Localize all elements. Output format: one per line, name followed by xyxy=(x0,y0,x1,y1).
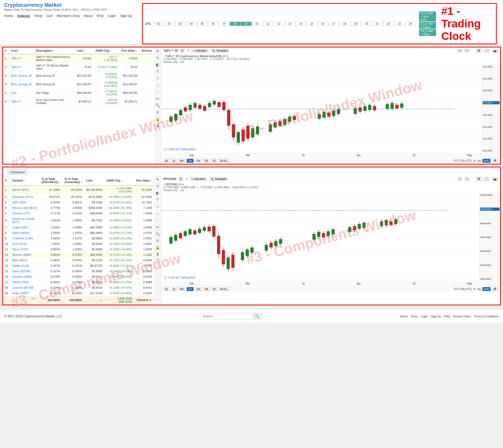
btn-auto-top[interactable]: auto xyxy=(482,159,490,163)
chart-settings-top[interactable]: ⚙ xyxy=(492,158,498,163)
sort-icon-posval2[interactable]: ↕ xyxy=(150,179,152,182)
comp-col-symbol: Symbol ↕ xyxy=(10,176,39,185)
magnet-icon[interactable]: ⚲ xyxy=(156,110,160,115)
settings-btn-bottom[interactable]: ⚙ xyxy=(476,177,482,181)
btn-1y-top[interactable]: 1y xyxy=(171,159,177,163)
comp-cell-pct-today: 1.092% xyxy=(39,241,62,247)
btn-3m-bot[interactable]: 3m xyxy=(187,287,193,291)
chart-interval-btn-top[interactable]: D xyxy=(180,49,185,53)
camera-btn-bottom[interactable]: 📷 xyxy=(492,177,498,181)
settings-btn-top[interactable]: ⚙ xyxy=(476,48,482,53)
lock-icon[interactable]: 🔒 xyxy=(155,117,160,122)
sort-icon-chg2[interactable]: ↕ xyxy=(121,179,123,182)
eraser-icon-b[interactable]: ◧ xyxy=(155,190,160,196)
undo-btn-bottom[interactable]: ↩ xyxy=(457,177,462,181)
nav-members[interactable]: Member's Area xyxy=(57,14,80,18)
comp-cell-pct-yest: 0.236% xyxy=(62,285,84,290)
footer-home[interactable]: Home xyxy=(400,315,408,318)
cell-user: TaiFu™ xyxy=(9,54,34,63)
btn-1y-bot[interactable]: 1y xyxy=(171,287,177,291)
sort-icon-chg[interactable]: ↕ xyxy=(110,49,112,52)
search-button[interactable]: 🔍 xyxy=(253,313,262,319)
camera-btn-top[interactable]: 📷 xyxy=(492,49,498,53)
btn-1d-top[interactable]: 1d xyxy=(211,159,217,163)
btn-6m-top[interactable]: 6m xyxy=(178,159,185,163)
pencil-icon[interactable]: ✏ xyxy=(156,96,160,101)
back-icon[interactable]: ← xyxy=(155,89,160,95)
tradingview-credit-bottom[interactable]: 📈 Chart by TradingView xyxy=(163,276,195,279)
nav-signup[interactable]: Sign Up xyxy=(120,14,132,18)
sort-icon-posval[interactable]: ↕ xyxy=(136,49,137,52)
magnet-icon-b[interactable]: ⚲ xyxy=(156,238,160,243)
btn-5y-bot[interactable]: 5y xyxy=(163,287,169,291)
nav-shop[interactable]: Shop xyxy=(34,14,42,18)
btn-5y-top[interactable]: 5y xyxy=(163,159,169,163)
search-input[interactable] xyxy=(201,313,253,319)
crosshair-icon[interactable]: ✛ xyxy=(156,49,160,54)
footer-signup[interactable]: Sign Up xyxy=(431,315,441,318)
download-icon[interactable]: ⬇ xyxy=(156,123,160,129)
pencil-icon-b[interactable]: ✏ xyxy=(156,225,160,230)
nav-about[interactable]: About xyxy=(84,14,93,18)
undo-btn-top[interactable]: ↩ xyxy=(457,49,462,53)
fullscreen-btn-top[interactable]: ⛶ xyxy=(484,49,490,53)
nav-cart[interactable]: Cart xyxy=(46,14,53,18)
draw-icon[interactable]: ✎ xyxy=(156,55,160,60)
sort-icon-desc[interactable]: ↕ xyxy=(52,49,54,52)
btn-1m-top[interactable]: 1m xyxy=(195,159,202,163)
component-tab[interactable]: Component xyxy=(7,169,28,175)
btn-goto-top[interactable]: Go to... xyxy=(219,159,230,163)
btn-1d-bot[interactable]: 1d xyxy=(211,287,217,291)
chart-settings-bottom[interactable]: ⚙ xyxy=(492,287,498,291)
pattern-icon-b[interactable]: ⌗ xyxy=(156,204,159,209)
draw-icon-b[interactable]: ✎ xyxy=(156,184,160,189)
redo-btn-top[interactable]: ↪ xyxy=(464,49,470,53)
zoom-icon[interactable]: 🔍 xyxy=(155,103,160,108)
lock-icon-b[interactable]: 🔒 xyxy=(155,245,160,250)
footer-shop[interactable]: Shop xyxy=(411,315,417,318)
footer-terms[interactable]: Terms & Conditions xyxy=(474,315,499,318)
download-icon-b[interactable]: ⬇ xyxy=(156,252,160,257)
btn-1m-bot[interactable]: 1m xyxy=(195,287,202,291)
redo-btn-bottom[interactable]: ↪ xyxy=(464,177,470,181)
chart-compare-icon-b[interactable]: ↗ xyxy=(185,177,188,181)
text-icon[interactable]: T xyxy=(156,69,159,74)
btn-3m-top[interactable]: 3m xyxy=(187,159,193,163)
nav-indexes[interactable]: Indexes xyxy=(17,14,30,18)
sort-icon-last2[interactable]: ↕ xyxy=(93,179,95,182)
sort-icon-pct[interactable]: ↕ xyxy=(59,180,60,184)
btn-6m-bot[interactable]: 6m xyxy=(178,287,185,291)
sort-icon-pct-y[interactable]: ↕ xyxy=(81,180,82,184)
nav-login[interactable]: Login xyxy=(108,14,116,18)
search-box[interactable]: 🔍 xyxy=(200,313,262,319)
chart-compare-icon[interactable]: ↗ xyxy=(187,49,189,52)
sort-icon-symbol[interactable]: ↕ xyxy=(23,179,25,182)
footer-privacy[interactable]: Privacy Policy xyxy=(453,315,471,318)
list-item: 9 Chainlink (LINK) 1.095% 1.317% $3.8830… xyxy=(3,236,154,241)
templates-btn-bottom[interactable]: 🔖 Templates xyxy=(209,177,228,181)
zoom-icon-b[interactable]: 🔍 xyxy=(155,231,160,237)
nav-faq[interactable]: FAQ xyxy=(97,14,104,18)
indicators-btn-top[interactable]: ∿ Indicators xyxy=(191,49,209,53)
footer-login[interactable]: Login xyxy=(421,315,428,318)
btn-5d-top[interactable]: 5d xyxy=(203,159,209,163)
pattern-icon[interactable]: ⌗ xyxy=(156,76,159,81)
footer-faq[interactable]: FAQ xyxy=(444,315,450,318)
measure-icon[interactable]: ↔ xyxy=(155,83,160,88)
templates-btn-top[interactable]: 🔖 Templates xyxy=(211,49,229,53)
btn-goto-bot[interactable]: Go to... xyxy=(219,287,230,291)
tradingview-credit-top[interactable]: 📈 Chart by TradingView xyxy=(163,148,195,151)
chart-interval-btn-bottom[interactable]: D xyxy=(178,177,183,181)
measure-icon-b[interactable]: ↔ xyxy=(155,211,160,216)
eraser-icon[interactable]: ◧ xyxy=(155,62,160,67)
btn-auto-bot[interactable]: auto xyxy=(482,287,490,291)
sort-icon-user[interactable]: ↕ xyxy=(19,49,20,52)
nav-home[interactable]: Home xyxy=(4,14,13,18)
back-icon-b[interactable]: ← xyxy=(155,218,160,223)
fullscreen-btn-bottom[interactable]: ⛶ xyxy=(484,177,490,181)
btn-5d-bot[interactable]: 5d xyxy=(203,287,209,291)
sort-icon-last[interactable]: ↕ xyxy=(84,49,85,52)
indicators-btn-bottom[interactable]: ∿ Indicators xyxy=(190,177,207,181)
text-icon-b[interactable]: T xyxy=(156,197,159,202)
crosshair-icon-b[interactable]: ✛ xyxy=(156,177,160,182)
